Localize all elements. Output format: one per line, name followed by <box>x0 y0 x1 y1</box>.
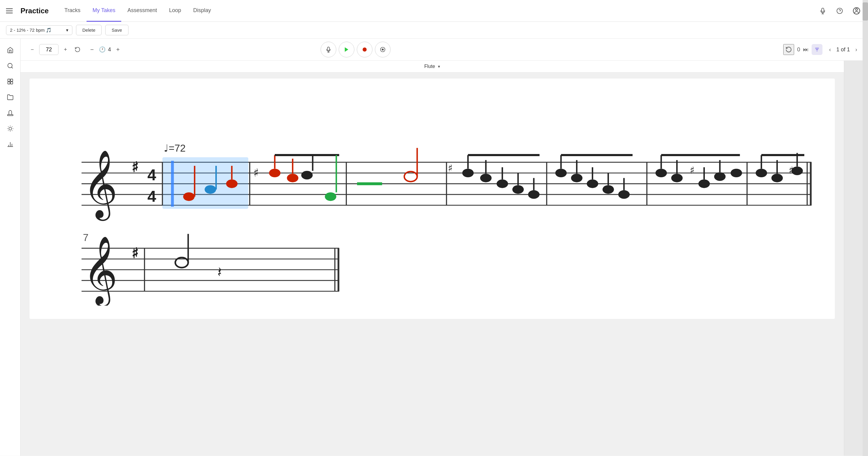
page-next-button[interactable]: › <box>852 45 861 54</box>
delete-button[interactable]: Delete <box>76 25 102 35</box>
tempo-increase-button[interactable]: + <box>61 45 70 54</box>
staff-lines-row1: 𝄞 ♯ 4 4 ♩=72 <box>82 143 811 221</box>
filter-button[interactable] <box>812 44 823 55</box>
svg-point-76 <box>462 169 474 177</box>
tab-my-takes[interactable]: My Takes <box>87 0 122 22</box>
svg-line-16 <box>8 126 8 127</box>
svg-point-91 <box>587 179 598 188</box>
tempo-decrease-button[interactable]: − <box>28 45 37 54</box>
svg-text:𝄞: 𝄞 <box>83 237 118 306</box>
svg-point-98 <box>655 169 667 177</box>
tab-tracks[interactable]: Tracks <box>58 0 86 22</box>
page-display: 1 of 1 <box>836 47 850 53</box>
user-avatar[interactable] <box>851 5 862 16</box>
fast-forward-button[interactable]: ⏭ <box>803 47 809 53</box>
svg-point-87 <box>555 169 567 177</box>
svg-text:𝄞: 𝄞 <box>83 151 118 221</box>
nav-right <box>817 5 862 16</box>
chevron-down-icon: ▾ <box>66 27 68 33</box>
svg-point-93 <box>602 185 614 194</box>
page-navigation: ‹ 1 of 1 › <box>826 45 861 54</box>
sidebar-magic-icon[interactable] <box>4 122 17 135</box>
beats-decrease-button[interactable]: − <box>88 45 96 54</box>
preset-selector[interactable]: 2 - 12% - 72 bpm 🎵 ▾ <box>6 25 72 35</box>
sheet-main: Flute ▾ <box>21 61 844 456</box>
undo-button[interactable] <box>72 45 83 55</box>
svg-point-78 <box>480 174 492 182</box>
svg-text:4: 4 <box>148 188 156 205</box>
sheet-right-panel <box>844 61 868 456</box>
tempo-input[interactable] <box>39 44 59 55</box>
svg-text:𝄽: 𝄽 <box>218 267 221 276</box>
record-button[interactable] <box>357 42 372 57</box>
svg-rect-8 <box>7 79 10 81</box>
save-button[interactable]: Save <box>105 25 128 35</box>
svg-point-114 <box>792 167 803 175</box>
sidebar-stamp-icon[interactable] <box>4 106 17 120</box>
svg-rect-9 <box>10 79 12 81</box>
tempo-controls: − + <box>28 44 83 55</box>
history-button[interactable] <box>783 44 794 55</box>
svg-point-55 <box>183 192 194 201</box>
hamburger-menu[interactable] <box>6 6 16 16</box>
microphone-icon[interactable] <box>817 5 828 16</box>
svg-point-109 <box>755 169 767 177</box>
loop-button[interactable] <box>375 42 391 57</box>
svg-line-7 <box>11 67 13 68</box>
svg-text:♩=72: ♩=72 <box>164 143 185 154</box>
svg-point-6 <box>7 63 12 68</box>
instrument-label: Flute <box>424 64 435 69</box>
svg-point-59 <box>226 179 238 188</box>
svg-line-17 <box>12 131 12 131</box>
help-icon[interactable] <box>834 5 845 16</box>
page-prev-button[interactable]: ‹ <box>826 45 835 54</box>
mic-button[interactable] <box>320 42 336 57</box>
sidebar-folder-icon[interactable] <box>4 91 17 104</box>
svg-point-82 <box>513 185 524 194</box>
beats-controls: − 🕐 4 + <box>88 45 122 54</box>
svg-text:♯: ♯ <box>131 245 138 261</box>
preset-label: 2 - 12% - 72 bpm 🎵 <box>10 27 52 33</box>
top-nav: Practice Tracks My Takes Assessment Loop… <box>0 0 868 22</box>
sidebar-search-icon[interactable] <box>4 59 17 73</box>
svg-point-13 <box>9 127 11 130</box>
sidebar <box>0 39 21 456</box>
sidebar-layers-icon[interactable] <box>4 75 17 88</box>
svg-point-70 <box>325 192 336 201</box>
nav-tabs: Tracks My Takes Assessment Loop Display <box>58 0 815 22</box>
sidebar-home-icon[interactable] <box>4 44 17 57</box>
right-controls: 0 ⏭ ‹ 1 of 1 › <box>783 44 861 55</box>
svg-line-21 <box>12 126 12 127</box>
svg-point-65 <box>287 174 298 182</box>
tab-assessment[interactable]: Assessment <box>121 0 163 22</box>
staff-lines-row2: 𝄞 ♯ 7 <box>82 232 339 306</box>
svg-rect-61 <box>171 161 174 207</box>
svg-point-95 <box>618 190 630 199</box>
svg-point-103 <box>699 179 710 188</box>
transport-controls <box>320 42 391 57</box>
scroll-bar[interactable] <box>863 61 868 456</box>
content-area: − + − 🕐 4 + <box>21 39 868 456</box>
play-button[interactable] <box>339 42 354 57</box>
controls-bar: − + − 🕐 4 + <box>21 39 868 61</box>
svg-text:4: 4 <box>148 166 156 183</box>
svg-point-57 <box>205 185 216 194</box>
tab-display[interactable]: Display <box>187 0 217 22</box>
main-layout: − + − 🕐 4 + <box>0 39 868 456</box>
preset-toolbar: 2 - 12% - 72 bpm 🎵 ▾ Delete Save <box>0 22 868 39</box>
count-display: 0 <box>797 47 800 53</box>
svg-marker-28 <box>345 48 348 52</box>
instrument-chevron-icon[interactable]: ▾ <box>438 64 440 69</box>
svg-point-111 <box>772 174 783 182</box>
beats-increase-button[interactable]: + <box>114 45 122 54</box>
svg-point-5 <box>856 8 858 10</box>
app-title: Practice <box>21 7 49 15</box>
svg-point-100 <box>671 174 683 182</box>
svg-text:♯: ♯ <box>448 163 453 174</box>
sheet-paper: 𝄞 ♯ 4 4 ♩=72 <box>30 79 835 319</box>
svg-line-20 <box>8 131 8 131</box>
svg-text:♯: ♯ <box>253 166 259 179</box>
tab-loop[interactable]: Loop <box>163 0 187 22</box>
sidebar-chart-icon[interactable] <box>4 138 17 151</box>
svg-rect-10 <box>7 82 10 84</box>
